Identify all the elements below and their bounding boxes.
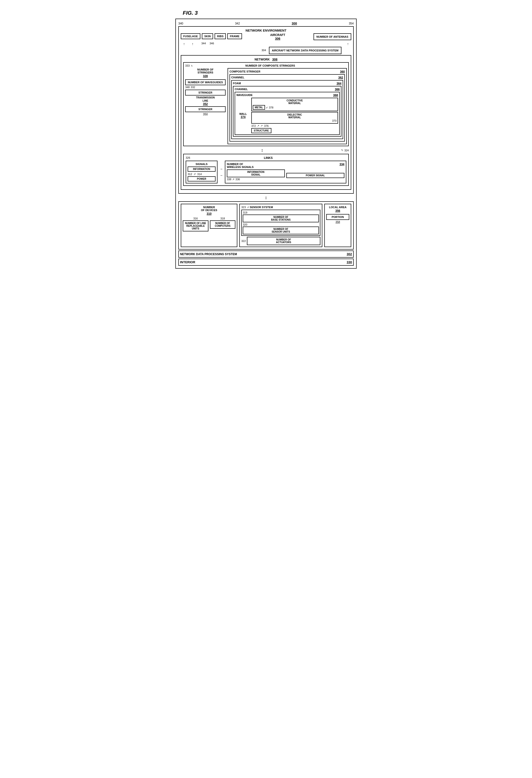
ref-344: 344 [201,42,206,45]
devices-col: NUMBER OF DEVICES 310 316 NUMBER OF LINE… [181,204,237,247]
foam-364-box: FOAM 364 CHANNEL 366 [231,80,343,139]
conductive-material-box: CONDUCTIVE MATERIAL METAL ↙ 378 [251,98,338,111]
lru-col: 316 NUMBER OF LINE REPLACEABLE UNITS [183,217,209,231]
ref-360: 360 [340,70,345,73]
number-of-antennas-box: NUMBER OF ANTENNAS [313,33,351,40]
computers-col: 318 NUMBER OF COMPUTERS [210,217,236,231]
waveguide-label: WAVEGUIDE [236,93,252,97]
ref-336: 336 [235,178,240,181]
information-box: INFORMATION [187,166,216,172]
ref-370: 370 [332,119,336,122]
materials-col: CONDUCTIVE MATERIAL METAL ↙ 378 [251,98,338,133]
waveguide-368-box: WAVEGUIDE 368 WALL 374 [235,92,340,135]
arrow-col: → → [219,167,223,177]
ref-356: 356 [326,209,349,213]
interior-label: INTERIOR 330 [178,258,354,266]
local-area-label: LOCAL AREA [326,206,349,209]
arrow-right-power: → [219,173,223,177]
signals-label: SIGNALS [187,163,216,165]
ref-372: 372 [251,125,256,127]
ref-312: 312 [187,173,192,176]
fuselage-box: FUSELAGE [181,33,200,39]
local-col: LOCAL AREA 356 PORTION 358 [324,204,351,247]
composite-stringer-label: COMPOSITE STRINGER [229,70,260,73]
ref-326: 326 [186,156,190,160]
metal-box: METAL [253,105,265,110]
channel2-366-box: CHANNEL 366 WAVEGUIDE 368 [233,86,341,137]
ref-374: 374 [240,115,245,119]
channel-362-box: CHANNEL 362 FOAM 364 [229,74,345,142]
ref-348: 348 [185,86,189,89]
ndps-label: NETWORK DATA PROCESSING SYSTEM 302 [178,250,354,258]
ref-368: 368 [333,93,338,97]
fig-title: FIG. 3 [183,10,357,16]
num-sensor-units-box: NUMBER OF SENSOR UNITS [243,227,319,234]
ref-306: 306 [270,37,285,41]
sensor-col: 323 ↗ SENSOR SYSTEM 319 NUMBER OF BASE S… [239,204,322,247]
ref-330: 330 [347,260,352,264]
foam-label: FOAM [233,82,241,85]
num-computers-box: NUMBER OF COMPUTERS [210,220,236,229]
ref-322: 322 [241,239,246,242]
num-lru-box: NUMBER OF LINE REPLACEABLE UNITS [183,220,209,231]
channel2-label: CHANNEL [235,88,248,91]
ref-378: 378 [269,106,273,109]
ref-310: 310 [183,212,235,216]
ref-304: 304 [261,49,266,52]
ref-324: 324 [345,149,349,152]
interior-text: INTERIOR [180,260,195,264]
ref-364: 364 [336,82,341,85]
transmission-line-label: TRANSMISSION LINE [185,96,226,102]
channel1-label: CHANNEL [231,76,244,79]
main-container: 340 342 300 354 NETWORK ENVIRONMENT FUSE… [175,19,357,268]
num-composite-stringers-label: NUMBER OF COMPOSITE STRINGERS [194,64,347,67]
ref-354: 354 [349,22,354,25]
composite-stringers-section: 333 ↘ NUMBER OF COMPOSITE STRINGERS NUMB… [183,62,349,146]
num-base-stations-box: NUMBER OF BASE STATIONS [243,215,319,222]
ref-334: 334 [339,163,345,168]
wireless-signals-col: NUMBER OF WIRELESS SIGNALS 334 INFORMATI… [225,161,346,183]
network-environment-section: NETWORK ENVIRONMENT FUSELAGE SKIN RIBS F… [178,26,354,194]
ribs-box: RIBS [215,33,226,39]
ref-333: 333 [185,64,189,67]
ref-340: 340 [178,22,183,25]
aircraft-ndps-box: AIRCRAFT NETWORK DATA PROCESSING SYSTEM [269,47,341,54]
devices-row: NUMBER OF DEVICES 310 316 NUMBER OF LINE… [181,204,351,247]
ref-323: 323 [241,206,246,209]
num-waveguides-box: NUMBER OF WAVEGUIDES [185,79,226,85]
ref-302: 302 [347,252,352,256]
arrow-links-devices: ↕ [178,195,354,200]
ref-318: 318 [210,217,236,220]
ndps-text: NETWORK DATA PROCESSING SYSTEM [180,252,237,256]
portion-box: PORTION [326,214,349,220]
ref-300: 300 [292,21,297,25]
stringers-column: NUMBER OF STRINGERS 328 NUMBER OF WAVEGU… [185,68,226,144]
ref-352: 352 [185,102,226,106]
dielectric-label: DIELECTRIC MATERIAL [253,113,336,119]
ref-338: 338 [227,178,231,181]
network-label: NETWORK [254,58,270,61]
wall-label: WALL [239,112,247,115]
info-signal-box: INFORMATION SIGNAL [227,169,285,177]
stringer2-box: STRINGER [185,106,226,112]
signals-col: SIGNALS INFORMATION 312 ↗ 314 POWER [186,161,218,183]
composite-inner-row: NUMBER OF STRINGERS 328 NUMBER OF WAVEGU… [185,68,347,144]
network-section: NETWORK 308 333 ↘ NUMBER OF COMPOSITE ST… [181,55,351,190]
ref-319: 319 [243,211,247,214]
ref-342: 342 [235,22,240,25]
ref-346: 346 [210,42,214,45]
composite-stringer-section: COMPOSITE STRINGER 360 CHANNEL 362 [228,68,347,144]
ref-350: 350 [185,112,226,116]
ref-308: 308 [272,58,278,61]
skin-box: SKIN [202,33,213,39]
ref-332: 332 [191,86,195,89]
ref-314: 314 [197,173,202,176]
links-section: 326 LINKS SIGNALS INFORMATION 312 ↗ [183,154,349,186]
stringer1-box: STRINGER [185,90,226,95]
num-actuators-box: NUMBER OF ACTUATORS [247,237,320,245]
dielectric-material-box: DIELECTRIC MATERIAL 370 [251,112,338,124]
frame-box: FRAME [227,33,242,39]
ref-358: 358 [326,220,349,223]
bottom-section: NUMBER OF DEVICES 310 316 NUMBER OF LINE… [178,201,354,249]
lru-computers-row: 316 NUMBER OF LINE REPLACEABLE UNITS 318… [183,217,235,231]
